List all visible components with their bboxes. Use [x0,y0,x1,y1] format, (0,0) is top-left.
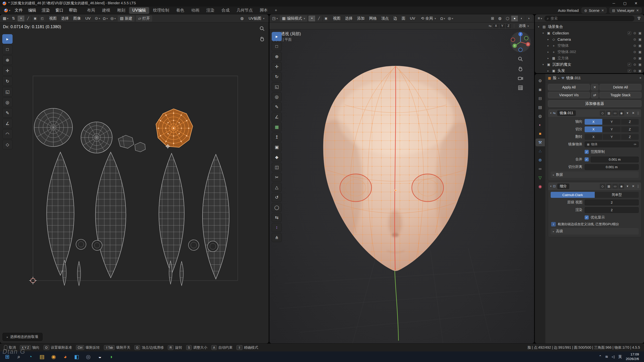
disable-render-camera-icon[interactable]: ▣ [638,69,641,73]
rendered-shading-icon[interactable]: ◑ [525,16,532,21]
edge-icon[interactable]: ◔ [25,352,36,361]
transform-tool[interactable]: ◎ [2,98,13,107]
volume-icon[interactable]: ◁ [612,354,615,359]
menu-item[interactable]: 添加 [355,15,367,22]
menu-item[interactable]: 图像 [71,15,83,22]
menu-item[interactable]: 帮助 [66,7,80,14]
firefox-icon[interactable]: ◕ [60,352,70,361]
workspace-tab[interactable]: 渲染 [203,7,218,14]
new-image-button[interactable]: ▧新建 [118,15,135,22]
blender-menu-icon[interactable]: ▾ [3,9,12,12]
tweak-select-tool[interactable]: ▸ [272,32,282,41]
tweak-select-tool[interactable]: ▸ [2,34,13,44]
bisect-distance-field[interactable]: 0.001 m [585,164,639,170]
mirror-modifier-header[interactable]: ▾ ⇋ 镜像.011 ◇ ▦ ▭ ◉ ▾ ✕ ⣿ [548,109,641,117]
subdivision-modifier-header[interactable]: ▾ ⊡ 细分 ◇ ▦ ▭ ◉ ▾ ✕ ⣿ [548,182,641,190]
collection-checkbox[interactable]: ✓ [628,69,631,73]
maximize-button[interactable]: ▢ [619,0,630,7]
uv-vertex-select-icon[interactable]: • [18,16,24,21]
mirror-axis-x[interactable]: X [585,119,602,125]
disclosure-triangle-icon[interactable]: ▸ [546,51,550,53]
scale-tool[interactable]: ◱ [272,82,282,91]
rip-region-tool[interactable]: ⋔ [272,233,282,242]
network-icon[interactable]: ≋ [605,354,608,359]
filter-icon[interactable]: ∇ [636,16,642,21]
particles-tab[interactable]: ∴ [536,147,545,155]
uv-canvas[interactable] [0,23,269,343]
bevel-tool[interactable]: ◆ [272,153,282,162]
taskbar-clock[interactable]: 17:09 2026/2/6 [626,352,639,361]
uv-island-head-left[interactable] [47,152,126,286]
knife-tool[interactable]: ✂ [272,173,282,182]
uv-island-scraps[interactable] [118,135,145,152]
realtime-toggle-icon[interactable]: ▭ [612,184,618,189]
mode-dropdown[interactable]: ▦编辑模式▾ [280,15,307,22]
disclosure-triangle-icon[interactable]: ▸ [546,69,550,72]
extrude-region-tool[interactable]: ↥ [272,132,282,142]
uv-island-select-icon[interactable]: ◰ [39,16,46,21]
menu-item[interactable]: UV [83,15,93,22]
menu-item[interactable]: 渲染 [39,7,53,14]
disclosure-triangle-icon[interactable]: ▸ [546,38,550,41]
toggle-stack-extra-icon[interactable]: ⇄ [591,92,598,98]
workspace-tab[interactable]: 合成 [218,7,233,14]
collection-checkbox[interactable]: ✓ [628,31,631,35]
outliner-row[interactable]: ▸ ＋ 空物体 ⊙▣ [535,42,643,49]
drag-grip-icon[interactable]: ⣿ [637,111,639,115]
menu-item[interactable]: 窗口 [53,7,66,14]
flip-axis-z[interactable]: Z [621,134,639,140]
uv-island-radial-a[interactable] [34,108,72,147]
disable-render-camera-icon[interactable]: ▣ [638,56,641,60]
zoom-icon[interactable] [517,56,524,63]
eyedropper-icon[interactable]: ✑ [634,143,636,146]
uv-map-selector[interactable]: UV贴图▾ [246,15,267,22]
obs-icon[interactable]: ◎ [83,352,94,361]
on-cage-toggle-icon[interactable]: ◇ [600,111,605,116]
material-tab[interactable]: ◉ [536,183,545,190]
tool-options-dropdown[interactable]: 选项▾ [516,23,531,29]
input-language-indicator[interactable]: 英 [618,354,622,359]
tray-expand-icon[interactable]: ⌃ [599,354,602,359]
editor-type-icon[interactable]: ▦▾ [2,16,9,21]
pan-hand-icon[interactable] [259,35,266,42]
modifier-name-field[interactable]: 细分 [557,184,569,189]
realtime-toggle-icon[interactable]: ▭ [612,111,618,116]
uv-sync-select-icon[interactable]: ⇅ [10,16,16,21]
select-box-tool[interactable]: □ [2,45,13,54]
disclosure-triangle-icon[interactable]: ▾ [541,63,545,66]
relax-tool[interactable]: ◠ [2,129,13,139]
close-button[interactable]: ✕ [630,0,641,7]
outliner-row[interactable]: ▾ ▣ Collection ✓⊙▣ [535,30,643,36]
measure-tool[interactable]: ∠ [2,119,13,128]
merge-threshold-field[interactable]: 0.001 m [591,157,639,162]
annotate-tool[interactable]: ✎ [272,102,282,111]
workspace-tab[interactable]: 动画 [188,7,203,14]
collection-checkbox[interactable]: ✓ [628,63,631,66]
rotate-tool[interactable]: ↻ [272,72,282,81]
toggle-stack-button[interactable]: Toggle Stack [599,92,641,98]
apply-all-button[interactable]: Apply All [548,84,590,90]
disable-render-camera-icon[interactable]: ▣ [638,31,641,35]
disable-render-camera-icon[interactable]: ▣ [638,50,641,54]
face-select-icon[interactable]: ▣ [323,16,329,21]
render-toggle-icon[interactable]: ◉ [619,111,624,116]
menu-item[interactable]: 面 [399,15,408,22]
menu-item[interactable]: 选择 [59,15,71,22]
cursor-tool[interactable]: ⊕ [272,52,282,61]
outliner-row[interactable]: ▸ ▦ 立方体 ⊙▣ [535,55,643,61]
outliner-row[interactable]: ▾ ▤ 场景集合 [535,24,643,30]
transform-tool[interactable]: ◎ [272,92,282,101]
remove-viewlayer-icon[interactable]: ✕ [636,9,639,12]
scene-tab[interactable]: ◍ [536,112,545,120]
pivot-point-icon[interactable]: ⊙▾ [94,16,101,21]
mirror-x-toggle[interactable]: X [493,23,499,29]
minimize-button[interactable]: ─ [608,0,619,7]
breadcrumb-modifier[interactable]: 镜像.011 [566,76,581,80]
uv-edge-select-icon[interactable]: ╱ [25,16,31,21]
overlays-icon[interactable]: ◍ [239,16,245,21]
drag-grip-icon[interactable]: ⣿ [637,185,639,188]
workspace-tab[interactable]: 着色 [173,7,187,14]
flip-axis-x[interactable]: X [585,134,602,140]
extras-dropdown-icon[interactable]: ▾ [625,111,630,115]
render-levels-field[interactable]: 2 [585,207,639,213]
